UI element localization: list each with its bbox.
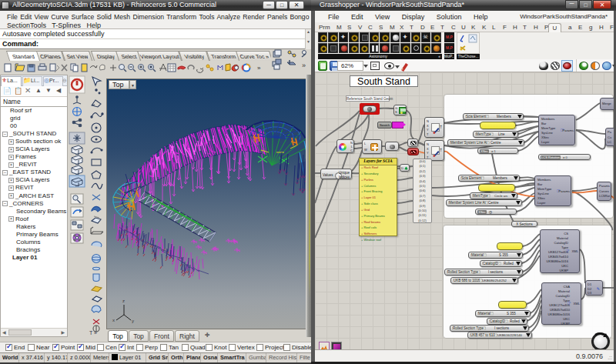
svg-text:y: y bbox=[132, 319, 134, 323]
svg-text:»: » bbox=[302, 62, 306, 69]
svg-text:z: z bbox=[122, 299, 125, 303]
svg-text:»: » bbox=[257, 65, 261, 72]
svg-text:x: x bbox=[112, 318, 115, 322]
